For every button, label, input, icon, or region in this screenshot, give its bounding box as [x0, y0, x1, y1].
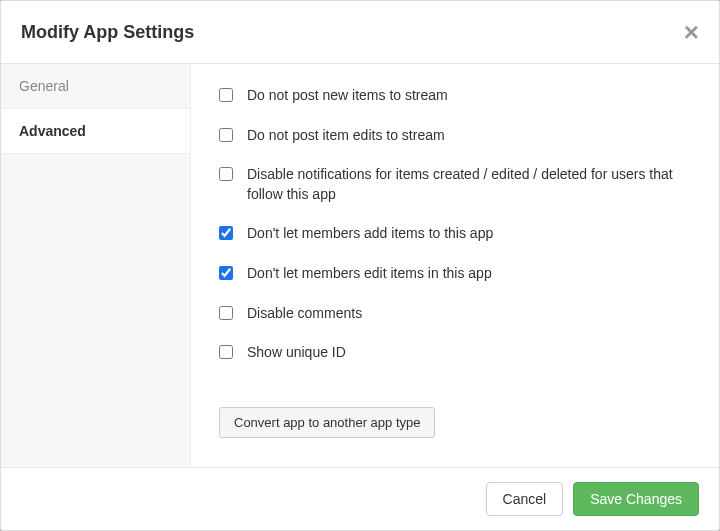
checkbox-disable-notifications[interactable]: [219, 167, 233, 181]
option-label[interactable]: Don't let members edit items in this app: [247, 264, 492, 284]
option-label[interactable]: Disable notifications for items created …: [247, 165, 691, 204]
settings-content: Do not post new items to stream Do not p…: [191, 64, 719, 467]
modify-app-settings-modal: Modify App Settings × General Advanced D…: [0, 0, 720, 531]
settings-sidebar: General Advanced: [1, 64, 191, 467]
sidebar-item-label: Advanced: [19, 123, 86, 139]
option-no-post-new: Do not post new items to stream: [219, 86, 691, 106]
sidebar-item-advanced[interactable]: Advanced: [1, 109, 190, 154]
sidebar-item-general[interactable]: General: [1, 64, 190, 109]
save-changes-button[interactable]: Save Changes: [573, 482, 699, 516]
option-label[interactable]: Show unique ID: [247, 343, 346, 363]
option-no-add-items: Don't let members add items to this app: [219, 224, 691, 244]
option-disable-notifications: Disable notifications for items created …: [219, 165, 691, 204]
cancel-button[interactable]: Cancel: [486, 482, 564, 516]
checkbox-no-post-edits[interactable]: [219, 128, 233, 142]
option-disable-comments: Disable comments: [219, 304, 691, 324]
option-show-unique-id: Show unique ID: [219, 343, 691, 363]
convert-app-type-button[interactable]: Convert app to another app type: [219, 407, 435, 438]
option-label[interactable]: Do not post item edits to stream: [247, 126, 445, 146]
checkbox-show-unique-id[interactable]: [219, 345, 233, 359]
option-label[interactable]: Do not post new items to stream: [247, 86, 448, 106]
checkbox-no-post-new[interactable]: [219, 88, 233, 102]
checkbox-no-edit-items[interactable]: [219, 266, 233, 280]
checkbox-disable-comments[interactable]: [219, 306, 233, 320]
close-icon[interactable]: ×: [684, 19, 699, 45]
modal-title: Modify App Settings: [21, 22, 194, 43]
modal-footer: Cancel Save Changes: [1, 467, 719, 530]
option-label[interactable]: Don't let members add items to this app: [247, 224, 493, 244]
option-no-post-edits: Do not post item edits to stream: [219, 126, 691, 146]
modal-body: General Advanced Do not post new items t…: [1, 64, 719, 467]
modal-header: Modify App Settings ×: [1, 1, 719, 64]
option-no-edit-items: Don't let members edit items in this app: [219, 264, 691, 284]
checkbox-no-add-items[interactable]: [219, 226, 233, 240]
option-label[interactable]: Disable comments: [247, 304, 362, 324]
sidebar-item-label: General: [19, 78, 69, 94]
